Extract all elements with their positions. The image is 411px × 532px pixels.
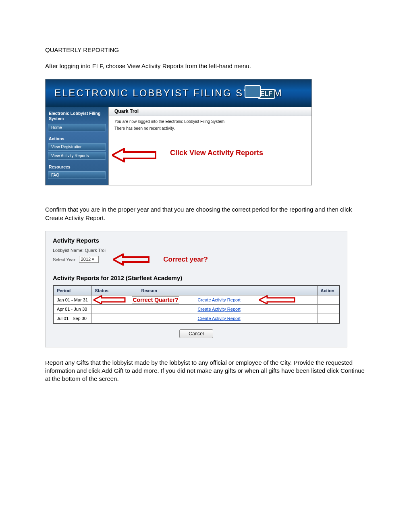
svg-marker-2 xyxy=(93,296,125,304)
activity-reports-subheading: Activity Reports for 2012 (Starfleet Aca… xyxy=(53,274,340,281)
red-arrow-icon xyxy=(259,295,295,304)
activity-reports-heading: Activity Reports xyxy=(53,237,340,244)
table-row: Jul 01 - Sep 30 Create Activity Report xyxy=(53,314,339,323)
col-status: Status xyxy=(91,286,138,295)
svg-marker-1 xyxy=(113,254,149,265)
doc-para-1: After logging into ELF, choose View Acti… xyxy=(45,62,367,70)
callout-click-view-activity: Click View Activity Reports xyxy=(170,149,263,157)
callout-correct-quarter: Correct Quarter? xyxy=(132,296,180,303)
red-arrow-icon xyxy=(93,295,126,304)
lobbyist-name-label: Lobbyist Name: Quark Troi xyxy=(53,248,340,253)
period-cell: Apr 01 - Jun 30 xyxy=(53,304,91,314)
period-cell: Jan 01 - Mar 31 xyxy=(53,295,91,304)
red-arrow-icon xyxy=(113,254,149,266)
sidebar-item-home[interactable]: Home xyxy=(48,124,106,131)
cancel-button[interactable]: Cancel xyxy=(179,329,213,338)
create-report-link[interactable]: Create Activity Report xyxy=(198,307,241,312)
doc-heading: QUARTERLY REPORTING xyxy=(45,46,367,53)
recent-activity-message: There has been no recent activity. xyxy=(114,126,306,131)
screenshot-elf-home: ELECTRONIC LOBBYIST FILING SYSTEM ELF El… xyxy=(45,79,312,185)
login-message: You are now logged into the Electronic L… xyxy=(114,119,306,124)
doc-para-2: Confirm that you are in the proper year … xyxy=(45,206,367,222)
create-report-link[interactable]: Create Activity Report xyxy=(198,316,241,321)
sidebar-item-view-activity-reports[interactable]: View Activity Reports xyxy=(48,152,106,160)
logged-in-username: Quark Troi xyxy=(109,107,311,116)
period-cell: Jul 01 - Sep 30 xyxy=(53,314,91,323)
col-period: Period xyxy=(53,286,91,295)
select-year-label: Select Year: xyxy=(53,257,77,262)
table-row: Apr 01 - Jun 30 Create Activity Report xyxy=(53,304,339,314)
sidebar-section-resources: Resources xyxy=(46,162,108,170)
create-report-link[interactable]: Create Activity Report xyxy=(198,297,241,302)
col-action: Action xyxy=(317,286,339,295)
year-select[interactable]: 2012 ▾ xyxy=(79,256,99,263)
app-banner: ELECTRONIC LOBBYIST FILING SYSTEM ELF xyxy=(46,79,311,107)
screenshot-activity-reports: Activity Reports Lobbyist Name: Quark Tr… xyxy=(45,231,347,347)
sidebar-section-actions: Actions xyxy=(46,134,108,142)
table-row: Jan 01 - Mar 31 Correct Quarter? Create … xyxy=(53,295,339,304)
red-arrow-icon xyxy=(112,148,156,162)
sidebar-title: Electronic Lobbyist Filing System xyxy=(46,109,108,123)
sidebar-item-view-registration[interactable]: View Registration xyxy=(48,143,106,151)
content-pane: Quark Troi You are now logged into the E… xyxy=(108,107,311,185)
svg-marker-0 xyxy=(112,149,156,162)
col-reason: Reason xyxy=(138,286,317,295)
callout-correct-year: Correct year? xyxy=(163,256,208,264)
folder-icon xyxy=(245,85,261,98)
reports-table: Period Status Reason Action Jan 01 - Mar… xyxy=(53,285,340,324)
elf-logo: ELF xyxy=(245,84,275,99)
doc-para-3: Report any Gifts that the lobbyist made … xyxy=(45,359,367,383)
sidebar-item-faq[interactable]: FAQ xyxy=(48,171,106,179)
svg-marker-3 xyxy=(259,296,295,304)
sidebar: Electronic Lobbyist Filing System Home A… xyxy=(46,107,108,185)
